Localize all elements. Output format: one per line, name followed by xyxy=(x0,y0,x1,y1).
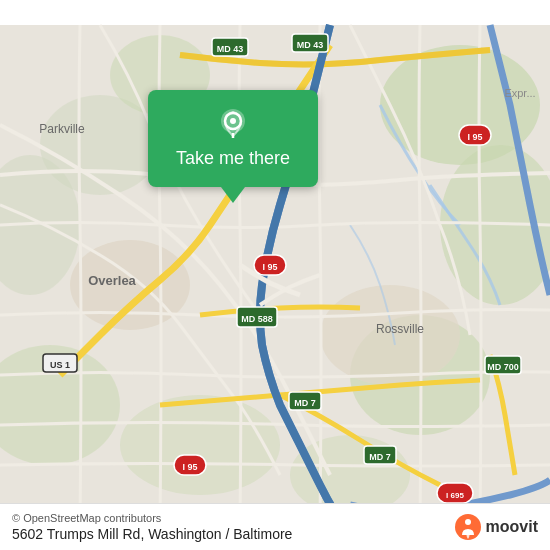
svg-text:Parkville: Parkville xyxy=(39,122,85,136)
location-popup: Take me there xyxy=(148,90,318,203)
map-attribution: © OpenStreetMap contributors xyxy=(12,512,292,524)
svg-point-40 xyxy=(230,118,236,124)
svg-text:I 95: I 95 xyxy=(182,462,197,472)
location-pin-icon xyxy=(217,108,249,140)
svg-text:MD 7: MD 7 xyxy=(369,452,391,462)
svg-point-42 xyxy=(465,519,471,525)
popup-tail xyxy=(221,187,245,203)
svg-text:MD 588: MD 588 xyxy=(241,314,273,324)
svg-text:Overlea: Overlea xyxy=(88,273,136,288)
moovit-icon xyxy=(454,513,482,541)
svg-text:MD 43: MD 43 xyxy=(217,44,244,54)
map-container: MD 43 MD 43 I 95 I 95 I 95 I 695 MD 588 xyxy=(0,0,550,550)
svg-text:I 695: I 695 xyxy=(446,491,464,500)
svg-text:Rossville: Rossville xyxy=(376,322,424,336)
moovit-text: moovit xyxy=(486,518,538,536)
svg-text:MD 700: MD 700 xyxy=(487,362,519,372)
take-me-there-button[interactable]: Take me there xyxy=(176,148,290,169)
address-label: 5602 Trumps Mill Rd, Washington / Baltim… xyxy=(12,526,292,542)
svg-text:US 1: US 1 xyxy=(50,360,70,370)
svg-text:I 95: I 95 xyxy=(262,262,277,272)
svg-text:MD 7: MD 7 xyxy=(294,398,316,408)
svg-text:I 95: I 95 xyxy=(467,132,482,142)
moovit-logo: moovit xyxy=(454,513,538,541)
popup-box: Take me there xyxy=(148,90,318,187)
bottom-bar: © OpenStreetMap contributors 5602 Trumps… xyxy=(0,503,550,550)
bottom-content: © OpenStreetMap contributors 5602 Trumps… xyxy=(12,512,292,542)
road-labels: MD 43 MD 43 I 95 I 95 I 95 I 695 MD 588 xyxy=(0,0,550,550)
svg-text:Expr...: Expr... xyxy=(504,87,535,99)
svg-text:MD 43: MD 43 xyxy=(297,40,324,50)
